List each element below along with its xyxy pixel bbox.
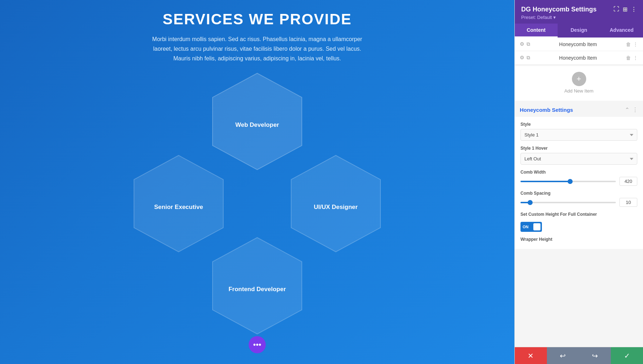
- dots-icon: •••: [253, 341, 261, 349]
- customheight-row: Set Custom Height For Full Container ON: [520, 212, 637, 232]
- wrapper-height-label: Wrapper Height: [520, 237, 637, 242]
- panel-title-text: DG Honeycomb Settings: [521, 6, 597, 13]
- more-options-icon[interactable]: ⋮: [631, 6, 637, 13]
- item-1-copy-icon[interactable]: ⧉: [527, 41, 530, 47]
- combspacing-input[interactable]: [619, 198, 637, 207]
- item-row-1-left-icons: ⚙ ⧉: [520, 41, 530, 47]
- combwidth-track[interactable]: [520, 181, 616, 182]
- toggle-knob: [533, 223, 540, 230]
- add-new-label: Add New Item: [564, 88, 594, 94]
- svg-marker-3: [213, 238, 302, 334]
- save-button[interactable]: ✓: [611, 347, 643, 364]
- cancel-icon: ✕: [528, 351, 534, 360]
- save-icon: ✓: [624, 351, 630, 360]
- undo-icon: ↩: [560, 351, 566, 360]
- bottom-bar: ✕ ↩ ↪ ✓: [515, 347, 643, 364]
- canvas: SERVICES WE PROVIDE Morbi interdum molli…: [0, 0, 514, 364]
- combspacing-slider-row: [520, 198, 637, 207]
- honeycomb-settings-body: Style Style 1 Style 2 Style 3 Style 1 Ho…: [515, 117, 643, 249]
- undo-button[interactable]: ↩: [547, 347, 579, 364]
- item-row-1-right-icons: 🗑 ⋮: [626, 41, 638, 47]
- toggle-on-text: ON: [523, 225, 529, 229]
- hex-frontend-developer[interactable]: Frontend Developer: [211, 236, 304, 343]
- combwidth-input[interactable]: [619, 177, 637, 186]
- add-new-button[interactable]: +: [572, 72, 586, 86]
- redo-button[interactable]: ↪: [579, 347, 611, 364]
- item-row-2-right-icons: 🗑 ⋮: [626, 55, 638, 61]
- combwidth-slider-row: [520, 177, 637, 186]
- item-1-settings-icon[interactable]: ⚙: [520, 41, 524, 47]
- item-row-2: ⚙ ⧉ Honeycomb Item 🗑 ⋮: [515, 51, 643, 65]
- add-new-container: + Add New Item: [515, 66, 643, 101]
- combspacing-thumb[interactable]: [528, 200, 533, 205]
- canvas-description: Morbi interdum mollis sapien. Sed ac ris…: [146, 34, 368, 64]
- item-row-1: ⚙ ⧉ Honeycomb Item 🗑 ⋮: [515, 38, 643, 51]
- cancel-button[interactable]: ✕: [515, 347, 547, 364]
- item-2-more-icon[interactable]: ⋮: [633, 55, 638, 61]
- tab-advanced[interactable]: Advanced: [600, 24, 643, 38]
- combspacing-label: Comb Spacing: [520, 191, 637, 196]
- combwidth-thumb[interactable]: [568, 179, 573, 184]
- item-2-copy-icon[interactable]: ⧉: [527, 55, 530, 61]
- svg-marker-0: [213, 73, 302, 170]
- style-select[interactable]: Style 1 Style 2 Style 3: [520, 129, 637, 141]
- canvas-title: SERVICES WE PROVIDE: [163, 11, 352, 28]
- item-1-label: Honeycomb Item: [533, 41, 623, 47]
- items-list: ⚙ ⧉ Honeycomb Item 🗑 ⋮ ⚙ ⧉ Honeycomb Ite…: [515, 38, 643, 65]
- svg-marker-1: [134, 155, 223, 252]
- honeycomb-container: Web Developer Senior Executive UI/UX Des…: [132, 71, 382, 321]
- tab-design[interactable]: Design: [558, 24, 600, 38]
- style1hover-select[interactable]: Left Out Right Out Top Out Bottom Out: [520, 153, 637, 165]
- expand-icon[interactable]: ⛶: [613, 6, 619, 13]
- customheight-label: Set Custom Height For Full Container: [520, 212, 637, 217]
- item-1-delete-icon[interactable]: 🗑: [626, 41, 631, 47]
- item-2-label: Honeycomb Item: [533, 55, 623, 61]
- panel-tabs: Content Design Advanced: [515, 24, 643, 38]
- svg-marker-2: [291, 155, 380, 252]
- honeycomb-settings-header: Honeycomb Settings ⌃ ⋮: [515, 101, 643, 117]
- item-row-2-left-icons: ⚙ ⧉: [520, 55, 530, 61]
- section-more-icon[interactable]: ⋮: [632, 106, 638, 113]
- item-1-more-icon[interactable]: ⋮: [633, 41, 638, 47]
- customheight-toggle[interactable]: ON: [520, 222, 542, 232]
- item-2-delete-icon[interactable]: 🗑: [626, 55, 631, 61]
- panel-header: DG Honeycomb Settings ⛶ ⊞ ⋮ Preset: Defa…: [515, 0, 643, 24]
- combspacing-track[interactable]: [520, 202, 616, 203]
- section-title-icons: ⌃ ⋮: [625, 106, 638, 113]
- panel-body: ⚙ ⧉ Honeycomb Item 🗑 ⋮ ⚙ ⧉ Honeycomb Ite…: [515, 38, 643, 347]
- settings-panel: DG Honeycomb Settings ⛶ ⊞ ⋮ Preset: Defa…: [514, 0, 643, 364]
- panel-title-bar: DG Honeycomb Settings ⛶ ⊞ ⋮: [521, 6, 637, 13]
- honeycomb-settings-title: Honeycomb Settings: [520, 107, 573, 113]
- plus-icon: +: [577, 75, 581, 83]
- section-collapse-icon[interactable]: ⌃: [625, 106, 629, 113]
- style-label: Style: [520, 122, 637, 127]
- tab-content[interactable]: Content: [515, 24, 558, 38]
- panel-title-icons: ⛶ ⊞ ⋮: [613, 6, 637, 13]
- columns-icon[interactable]: ⊞: [623, 6, 627, 13]
- style1hover-label: Style 1 Hover: [520, 146, 637, 151]
- combwidth-fill: [520, 181, 570, 182]
- redo-icon: ↪: [592, 351, 598, 360]
- floating-action-button[interactable]: •••: [249, 336, 266, 353]
- panel-preset[interactable]: Preset: Default ▾: [521, 15, 637, 20]
- combwidth-label: Comb Width: [520, 170, 637, 175]
- item-2-settings-icon[interactable]: ⚙: [520, 55, 524, 61]
